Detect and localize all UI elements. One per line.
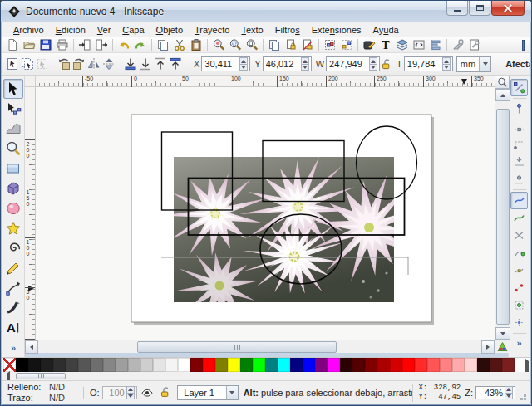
tool-node-editor[interactable] — [3, 99, 23, 119]
palette-swatch[interactable] — [215, 358, 228, 372]
unit-select[interactable]: mm — [456, 56, 491, 72]
spin-up[interactable] — [301, 57, 309, 64]
duplicate-icon[interactable] — [266, 38, 283, 52]
export-icon[interactable] — [93, 38, 110, 52]
snap-bbox-edges-icon[interactable] — [510, 118, 528, 135]
palette-swatch[interactable] — [78, 358, 91, 372]
spin-down[interactable] — [126, 393, 135, 399]
palette-swatch[interactable] — [116, 358, 128, 372]
palette-swatch[interactable] — [178, 358, 190, 372]
palette-swatch[interactable] — [415, 358, 427, 372]
palette-swatch[interactable] — [465, 358, 477, 372]
vertical-scroll-thumb[interactable] — [496, 109, 510, 325]
spin-down[interactable] — [369, 64, 377, 71]
menu-item[interactable]: Objeto — [150, 22, 189, 37]
open-document-icon[interactable] — [21, 38, 37, 52]
paste-icon[interactable] — [188, 38, 204, 52]
tool-tweak[interactable] — [3, 119, 23, 139]
palette-swatch[interactable] — [41, 358, 53, 372]
vertical-ruler[interactable]: 200150100500 — [25, 87, 36, 340]
save-icon[interactable] — [37, 38, 54, 52]
x-field[interactable]: 30,411 — [201, 56, 250, 71]
zoom-field[interactable]: 43% — [475, 386, 515, 399]
zoom-selection-icon[interactable] — [227, 38, 244, 52]
chevron-down-icon[interactable] — [226, 386, 238, 399]
menu-item[interactable]: Capa — [116, 22, 150, 37]
palette-scrollbar[interactable] — [2, 372, 530, 380]
create-clone-icon[interactable] — [283, 38, 299, 52]
undo-icon[interactable] — [116, 38, 132, 52]
snap-bbox-corners-icon[interactable] — [510, 135, 528, 153]
import-icon[interactable] — [76, 38, 93, 52]
palette-swatch[interactable] — [278, 358, 290, 372]
preferences-icon[interactable] — [450, 38, 466, 52]
palette-swatch[interactable] — [190, 358, 203, 372]
snap-path-intersections-icon[interactable] — [510, 227, 528, 244]
cactus-flowers-photo[interactable] — [162, 157, 427, 318]
tool-zoom[interactable] — [3, 139, 23, 159]
menu-item[interactable]: Ayuda — [367, 22, 405, 37]
zoom-page-icon[interactable] — [244, 38, 260, 52]
zoom-drawing-icon[interactable] — [210, 38, 227, 52]
opacity-field[interactable]: 100 — [102, 386, 137, 399]
tool-ellipse[interactable] — [3, 198, 23, 218]
layer-visibility-eye-icon[interactable] — [139, 385, 155, 400]
lower-icon[interactable] — [138, 55, 153, 73]
flip-horizontal-icon[interactable] — [86, 55, 101, 73]
snapbar-overflow-button[interactable]: » — [516, 338, 521, 348]
palette-swatch[interactable] — [128, 358, 140, 372]
tool-text[interactable]: A — [3, 318, 23, 338]
rotate-ccw-icon[interactable] — [57, 55, 71, 73]
maximize-button[interactable] — [469, 1, 490, 16]
tool-pencil[interactable] — [3, 258, 23, 278]
menu-item[interactable]: Archivo — [7, 22, 50, 37]
horizontal-scrollbar[interactable] — [25, 340, 495, 353]
palette-swatch[interactable] — [240, 358, 253, 372]
layer-select[interactable]: -Layer 1 — [177, 385, 239, 400]
palette-swatch[interactable] — [365, 358, 377, 372]
tool-calligraphy[interactable] — [3, 298, 23, 318]
rotate-cw-icon[interactable] — [71, 55, 86, 73]
palette-swatch[interactable] — [165, 358, 178, 372]
document-properties-icon[interactable] — [466, 38, 483, 52]
spin-down[interactable] — [505, 393, 513, 399]
palette-swatch[interactable] — [153, 358, 165, 372]
height-field[interactable]: 19,784 — [404, 56, 453, 71]
raise-icon[interactable] — [153, 55, 168, 73]
spin-up[interactable] — [239, 57, 248, 64]
snap-smooth-nodes-icon[interactable] — [510, 262, 528, 279]
tool-star[interactable] — [3, 218, 23, 238]
palette-swatch[interactable] — [290, 358, 303, 372]
palette-swatch[interactable] — [452, 358, 465, 372]
horizontal-ruler[interactable]: -50050100150200250300350 — [36, 76, 495, 87]
palette-swatch[interactable] — [265, 358, 278, 372]
snap-cusp-nodes-icon[interactable] — [510, 244, 528, 262]
snap-nodes-icon[interactable] — [510, 192, 528, 209]
flip-vertical-icon[interactable] — [101, 55, 116, 73]
palette-swatch[interactable] — [352, 358, 365, 372]
palette-swatch[interactable] — [490, 358, 502, 372]
palette-swatch[interactable] — [103, 358, 116, 372]
menu-item[interactable]: Texto — [235, 22, 268, 37]
fill-stroke-indicator[interactable]: Relleno: N/D Trazo: N/D — [4, 382, 81, 404]
snap-bbox-centers-icon[interactable] — [510, 170, 528, 188]
group-icon[interactable] — [322, 38, 338, 52]
scroll-right-button[interactable] — [481, 340, 495, 354]
new-document-icon[interactable] — [4, 38, 21, 52]
layers-icon[interactable] — [394, 38, 411, 52]
palette-swatch[interactable] — [203, 358, 215, 372]
palette-swatch[interactable] — [253, 358, 265, 372]
scroll-down-button[interactable] — [495, 327, 510, 340]
palette-swatch[interactable] — [16, 358, 28, 372]
snap-toggle-icon[interactable] — [510, 79, 528, 96]
snap-object-centers-icon[interactable] — [510, 296, 528, 314]
spin-down[interactable] — [442, 64, 451, 71]
chevron-down-icon[interactable] — [479, 57, 490, 71]
palette-swatch[interactable] — [328, 358, 340, 372]
spin-up[interactable] — [442, 57, 451, 64]
layer-lock-open-icon[interactable] — [157, 385, 174, 400]
color-managed-display-icon[interactable] — [495, 340, 510, 353]
palette-swatch[interactable] — [402, 358, 415, 372]
snap-bbox-icon[interactable] — [510, 100, 528, 118]
scroll-up-button[interactable] — [495, 89, 510, 101]
